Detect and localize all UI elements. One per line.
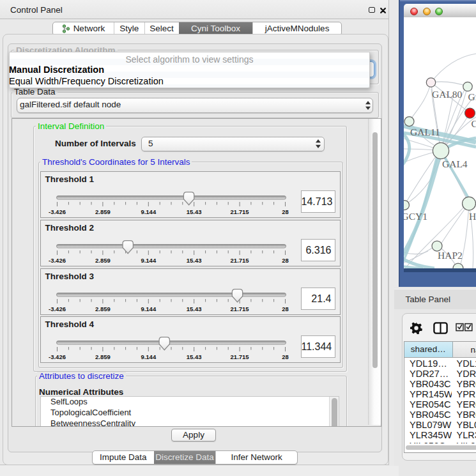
svg-text:28: 28 [282, 257, 289, 264]
svg-text:15.43: 15.43 [186, 305, 201, 312]
svg-text:21.715: 21.715 [230, 208, 249, 215]
svg-text:HAP2: HAP2 [438, 250, 463, 261]
svg-text:GAL80: GAL80 [432, 89, 463, 100]
svg-text:15.43: 15.43 [186, 353, 201, 360]
svg-text:21.715: 21.715 [230, 257, 249, 264]
svg-text:9.144: 9.144 [141, 257, 156, 264]
svg-text:H: H [469, 211, 476, 222]
svg-text:C: C [472, 118, 476, 129]
svg-text:9.144: 9.144 [141, 353, 156, 360]
svg-text:9.144: 9.144 [141, 208, 156, 215]
svg-text:GAL4: GAL4 [442, 158, 468, 169]
svg-text:21.715: 21.715 [230, 305, 249, 312]
svg-text:28: 28 [282, 208, 289, 215]
svg-text:15.43: 15.43 [186, 208, 201, 215]
svg-text:-3.426: -3.426 [49, 353, 66, 360]
svg-text:2.859: 2.859 [95, 353, 111, 360]
svg-text:28: 28 [282, 353, 289, 360]
svg-text:GCY1: GCY1 [404, 211, 427, 222]
svg-text:21.715: 21.715 [230, 353, 249, 360]
svg-text:2.859: 2.859 [95, 305, 111, 312]
svg-text:-3.426: -3.426 [49, 257, 66, 264]
svg-text:15.43: 15.43 [186, 257, 201, 264]
svg-text:9.144: 9.144 [141, 305, 156, 312]
svg-text:G.: G. [468, 91, 476, 102]
svg-text:-3.426: -3.426 [49, 305, 66, 312]
svg-text:2.859: 2.859 [95, 257, 111, 264]
svg-text:GAL11: GAL11 [410, 127, 440, 137]
svg-text:-3.426: -3.426 [49, 208, 66, 215]
svg-text:2.859: 2.859 [95, 208, 111, 215]
svg-text:28: 28 [282, 305, 289, 312]
